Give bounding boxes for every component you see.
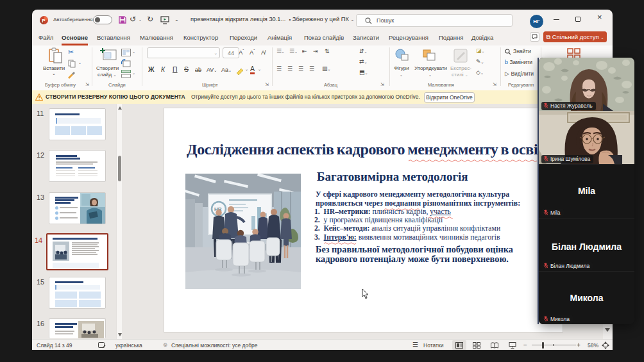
svg-text:P: P <box>42 18 46 24</box>
